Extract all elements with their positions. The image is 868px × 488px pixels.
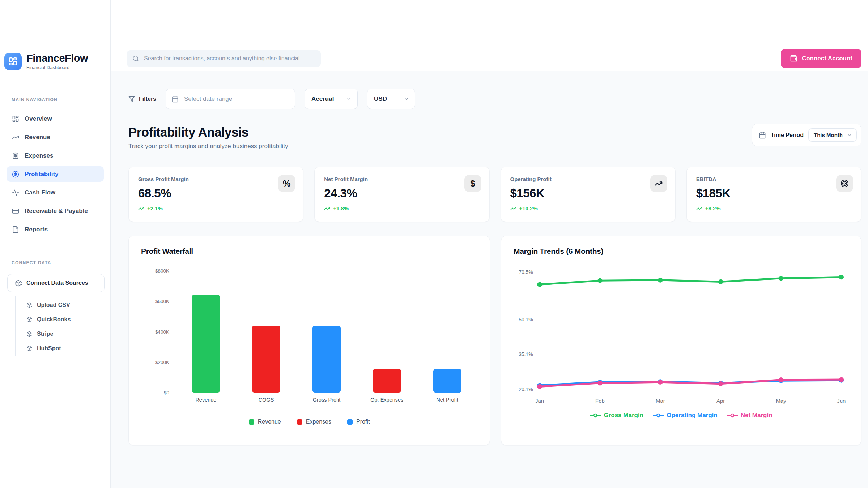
- sidebar-item-expenses[interactable]: Expenses: [7, 148, 104, 163]
- kpi-delta-value: +10.2%: [519, 205, 538, 211]
- legend-label: Gross Margin: [604, 412, 643, 419]
- connect-account-label: Connect Account: [802, 55, 852, 62]
- waterfall-bar: [312, 326, 341, 393]
- filters-button[interactable]: Filters: [128, 95, 156, 102]
- trending-up-icon: [650, 175, 667, 192]
- sidebar-item-label: Cash Flow: [25, 189, 55, 196]
- connect-item-stripe[interactable]: Stripe: [16, 327, 104, 341]
- line-chart-svg: 70.5%50.1%35.1%20.1%JanFebMarAprMayJun: [514, 261, 849, 410]
- data-point: [597, 278, 602, 283]
- profit-waterfall-card: Profit Waterfall $0$200K$400K$600K$800K …: [128, 236, 490, 445]
- calendar-icon: [171, 95, 179, 103]
- connect-item-quickbooks[interactable]: QuickBooks: [16, 312, 104, 327]
- legend-swatch: [347, 419, 353, 425]
- kpi-delta: +10.2%: [510, 205, 666, 211]
- profit-waterfall-chart: $0$200K$400K$600K$800K RevenueCOGSGross …: [141, 271, 477, 403]
- kpi-delta-value: +2.1%: [147, 205, 163, 211]
- chevron-down-icon: [346, 96, 352, 102]
- sidebar-divider: [0, 78, 110, 78]
- currency-select[interactable]: USD: [367, 89, 415, 109]
- search-input[interactable]: [127, 50, 321, 67]
- line-series: [540, 277, 841, 285]
- search-icon: [132, 55, 139, 62]
- connect-item-label: HubSpot: [37, 345, 61, 352]
- section-header: Profitability Analysis Track your profit…: [128, 125, 861, 150]
- trending-up-icon: [696, 205, 702, 211]
- kpi-delta: +1.8%: [324, 205, 480, 211]
- data-point: [597, 381, 602, 385]
- connect-item-upload-csv[interactable]: Upload CSV: [16, 298, 104, 312]
- file-text-icon: [12, 226, 19, 233]
- legend-item: Expenses: [297, 419, 331, 425]
- legend-line-marker: [653, 413, 664, 418]
- legend-line-marker: [590, 413, 601, 418]
- package-icon: [26, 317, 32, 322]
- connect-account-button[interactable]: Connect Account: [781, 49, 861, 68]
- x-axis-label: COGS: [236, 397, 297, 403]
- main-column: Connect Account Filters Accrual: [111, 0, 868, 488]
- time-period-select[interactable]: This Month: [808, 128, 857, 142]
- date-range-input[interactable]: [166, 89, 295, 109]
- waterfall-bar-slot: [417, 271, 477, 393]
- top-header: Connect Account: [111, 0, 868, 71]
- kpi-label: EBITDA: [696, 176, 852, 182]
- waterfall-bars: [176, 271, 477, 393]
- y-axis-tick: 70.5%: [519, 269, 533, 275]
- kpi-label: Gross Profit Margin: [138, 176, 294, 182]
- margin-trends-legend: Gross MarginOperating MarginNet Margin: [514, 412, 849, 419]
- waterfall-bar-slot: [176, 271, 236, 393]
- chevron-down-icon: [847, 133, 852, 138]
- waterfall-bar: [252, 326, 280, 393]
- receipt-icon: [12, 152, 19, 159]
- calendar-icon: [759, 132, 766, 139]
- connect-data-sources-button[interactable]: Connect Data Sources: [7, 274, 105, 292]
- dollar-icon: $: [464, 175, 481, 192]
- data-point: [839, 275, 844, 279]
- legend-item: Revenue: [249, 419, 281, 425]
- y-axis-tick: $400K: [155, 329, 169, 335]
- connect-data-label: CONNECT DATA: [12, 260, 104, 265]
- filters-label: Filters: [139, 96, 156, 102]
- sidebar-item-label: Expenses: [25, 152, 53, 159]
- legend-item: Gross Margin: [590, 412, 643, 419]
- currency-value: USD: [374, 95, 387, 103]
- brand: FinanceFlow Financial Dashboard: [0, 53, 110, 78]
- margin-trends-chart: 70.5%50.1%35.1%20.1%JanFebMarAprMayJun: [514, 261, 849, 410]
- x-axis-label: Revenue: [176, 397, 236, 403]
- legend-label: Operating Margin: [667, 412, 718, 419]
- connect-item-label: QuickBooks: [37, 316, 71, 323]
- margin-trends-title: Margin Trends (6 Months): [514, 247, 849, 256]
- circle-dollar-icon: [12, 171, 19, 178]
- sidebar-item-overview[interactable]: Overview: [7, 111, 104, 127]
- data-point: [839, 377, 844, 382]
- sidebar-item-profitability[interactable]: Profitability: [7, 166, 104, 182]
- y-axis-tick: $800K: [155, 268, 169, 274]
- brand-subtitle: Financial Dashboard: [26, 65, 88, 70]
- x-axis-label: Mar: [656, 398, 665, 404]
- sidebar-item-receivable-payable[interactable]: Receivable & Payable: [7, 203, 104, 219]
- legend-label: Profit: [356, 419, 370, 425]
- kpi-card-operating-profit: Operating Profit $156K +10.2%: [501, 167, 676, 222]
- profit-waterfall-title: Profit Waterfall: [141, 247, 477, 256]
- waterfall-bar: [433, 369, 461, 393]
- y-axis-tick: $0: [164, 390, 169, 395]
- legend-line-marker: [727, 413, 738, 418]
- waterfall-y-axis: $0$200K$400K$600K$800K: [141, 271, 176, 393]
- accounting-basis-value: Accrual: [311, 95, 334, 103]
- sidebar-item-cash-flow[interactable]: Cash Flow: [7, 185, 104, 200]
- sidebar-item-label: Profitability: [25, 171, 59, 178]
- kpi-card-net-profit-margin: Net Profit Margin 24.3% +1.8% $: [314, 167, 489, 222]
- sidebar-item-label: Revenue: [25, 134, 50, 141]
- x-axis-label: Op. Expenses: [357, 397, 417, 403]
- data-point: [718, 279, 723, 284]
- data-point: [537, 384, 542, 389]
- connect-item-hubspot[interactable]: HubSpot: [16, 341, 104, 356]
- time-period-value: This Month: [814, 132, 843, 138]
- sidebar-item-reports[interactable]: Reports: [7, 222, 104, 237]
- margin-trends-card: Margin Trends (6 Months) 70.5%50.1%35.1%…: [501, 236, 861, 445]
- legend-swatch: [249, 419, 254, 425]
- sidebar-item-revenue[interactable]: Revenue: [7, 129, 104, 145]
- accounting-basis-select[interactable]: Accrual: [305, 89, 358, 109]
- trending-up-icon: [510, 205, 516, 211]
- y-axis-tick: 50.1%: [519, 317, 533, 322]
